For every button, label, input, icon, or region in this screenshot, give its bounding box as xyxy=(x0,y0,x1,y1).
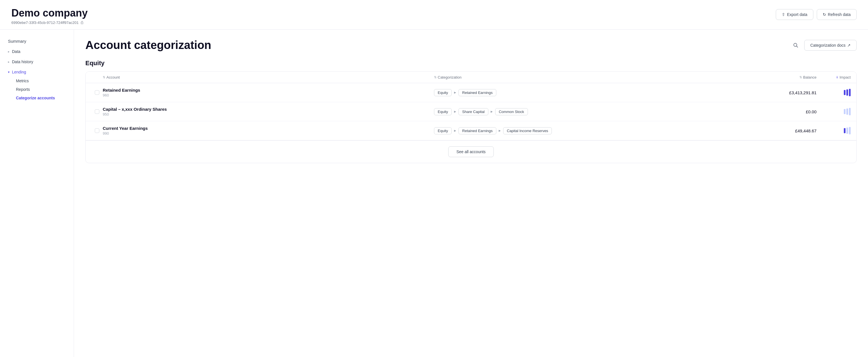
docs-label: Categorization docs xyxy=(810,43,845,48)
cat-tag-1-2[interactable]: Retained Earnings xyxy=(459,89,496,96)
page-title: Account categorization xyxy=(85,39,211,52)
section-title: Equity xyxy=(85,59,857,67)
sidebar-item-data[interactable]: ▸ Data xyxy=(5,47,69,56)
company-id-row: 6990ebe7-33f3-45cb-9712-724ff97ac201 ⎙ xyxy=(11,20,88,25)
account-cell-1: Retained Earnings 960 xyxy=(103,88,434,97)
see-all-accounts-button[interactable]: See all accounts xyxy=(448,146,494,157)
impact-bar-2-2 xyxy=(846,109,848,115)
table-row: Retained Earnings 960 Equity ► Retained … xyxy=(86,83,856,102)
company-info: Demo company 6990ebe7-33f3-45cb-9712-724… xyxy=(11,7,88,25)
refresh-data-button[interactable]: ↻ Refresh data xyxy=(817,9,857,20)
copy-icon[interactable]: ⎙ xyxy=(81,20,83,25)
impact-bar-2-3 xyxy=(849,108,850,115)
impact-cell-2 xyxy=(816,108,850,115)
cat-tag-1-1[interactable]: Equity xyxy=(434,89,452,96)
impact-bar-1-3 xyxy=(849,89,850,96)
content-header: Account categorization Categorization do… xyxy=(85,39,857,52)
checkbox-cell-1 xyxy=(91,90,103,95)
sidebar-item-summary[interactable]: Summary xyxy=(5,36,69,46)
categorization-cell-1: Equity ► Retained Earnings xyxy=(434,89,765,96)
account-cell-3: Current Year Earnings 990 xyxy=(103,126,434,136)
export-icon: ⇧ xyxy=(782,12,785,17)
cat-arrow-2-1: ► xyxy=(453,110,457,114)
sidebar-item-lending[interactable]: ▾ Lending xyxy=(5,67,69,77)
main-content: Account categorization Categorization do… xyxy=(74,30,868,357)
sort-icon-balance: ⇅ xyxy=(799,76,802,79)
export-data-button[interactable]: ⇧ Export data xyxy=(776,9,813,20)
sidebar-item-lending-label: Lending xyxy=(12,70,26,74)
sidebar-item-data-label: Data xyxy=(12,49,21,54)
cat-tag-3-2[interactable]: Retained Earnings xyxy=(459,127,496,135)
chevron-right-icon: ▸ xyxy=(8,50,10,54)
sidebar-item-categorize-accounts[interactable]: Categorize accounts xyxy=(12,94,69,102)
col-header-balance[interactable]: ⇅ Balance xyxy=(765,75,816,80)
table-header: ⇅ Account ⇅ Categorization ⇅ Balance ⇓ I… xyxy=(86,72,856,83)
impact-bar-3-1 xyxy=(844,128,845,133)
svg-line-1 xyxy=(797,46,798,47)
sidebar-group-data: ▸ Data xyxy=(5,47,69,56)
sidebar-group-data-history: ▸ Data history xyxy=(5,57,69,66)
main-layout: Summary ▸ Data ▸ Data history ▾ Lending … xyxy=(0,30,868,357)
sort-icon-account: ⇅ xyxy=(103,76,105,79)
impact-cell-3 xyxy=(816,127,850,135)
categorization-docs-button[interactable]: Categorization docs ↗ xyxy=(804,40,857,51)
cat-tag-3-1[interactable]: Equity xyxy=(434,127,452,135)
sidebar-item-data-history-label: Data history xyxy=(12,59,33,64)
checkbox-cell-2 xyxy=(91,109,103,114)
cat-tag-2-3[interactable]: Common Stock xyxy=(495,108,528,115)
checkbox-cell-3 xyxy=(91,128,103,133)
impact-bar-3-2 xyxy=(846,127,848,134)
cat-arrow-1-1: ► xyxy=(453,91,457,94)
see-all-row: See all accounts xyxy=(86,140,856,163)
cat-tag-2-1[interactable]: Equity xyxy=(434,108,452,115)
sidebar-item-data-history[interactable]: ▸ Data history xyxy=(5,57,69,66)
cat-arrow-2-2: ► xyxy=(490,110,494,114)
content-header-actions: Categorization docs ↗ xyxy=(790,40,857,51)
table-row: Capital – x,xxx Ordinary Shares 950 Equi… xyxy=(86,102,856,121)
account-cell-2: Capital – x,xxx Ordinary Shares 950 xyxy=(103,107,434,116)
balance-cell-3: £49,448.67 xyxy=(765,128,816,133)
sidebar-group-lending: ▾ Lending Metrics Reports Categorize acc… xyxy=(5,67,69,102)
sidebar: Summary ▸ Data ▸ Data history ▾ Lending … xyxy=(0,30,74,357)
account-name-2: Capital – x,xxx Ordinary Shares xyxy=(103,107,434,112)
row-checkbox-3[interactable] xyxy=(95,128,99,133)
sort-icon-categorization: ⇅ xyxy=(434,76,437,79)
impact-bar-2-1 xyxy=(844,109,845,114)
impact-bar-1-1 xyxy=(844,90,845,95)
impact-bar-1-2 xyxy=(846,89,848,96)
balance-cell-1: £3,413,291.81 xyxy=(765,90,816,95)
col-header-impact[interactable]: ⇓ Impact xyxy=(816,75,850,80)
account-name-1: Retained Earnings xyxy=(103,88,434,92)
external-link-icon: ↗ xyxy=(847,43,850,48)
account-code-2: 950 xyxy=(103,112,434,116)
chevron-right-icon-2: ▸ xyxy=(8,60,10,64)
cat-arrow-3-2: ► xyxy=(498,129,501,133)
row-checkbox-1[interactable] xyxy=(95,90,99,95)
col-header-categorization[interactable]: ⇅ Categorization xyxy=(434,75,765,80)
row-checkbox-2[interactable] xyxy=(95,109,99,114)
search-icon xyxy=(793,42,799,48)
company-name: Demo company xyxy=(11,7,88,19)
col-header-account[interactable]: ⇅ Account xyxy=(103,75,434,80)
cat-tag-3-3[interactable]: Capital Income Reserves xyxy=(503,127,552,135)
sidebar-sub-lending: Metrics Reports Categorize accounts xyxy=(5,77,69,102)
account-code-1: 960 xyxy=(103,93,434,97)
header-actions: ⇧ Export data ↻ Refresh data xyxy=(776,9,857,20)
sidebar-item-metrics[interactable]: Metrics xyxy=(12,77,69,85)
company-id: 6990ebe7-33f3-45cb-9712-724ff97ac201 xyxy=(11,21,79,25)
chevron-down-icon: ▾ xyxy=(8,70,10,74)
refresh-icon: ↻ xyxy=(823,12,826,17)
cat-tag-2-2[interactable]: Share Capital xyxy=(459,108,488,115)
account-name-3: Current Year Earnings xyxy=(103,126,434,131)
top-header: Demo company 6990ebe7-33f3-45cb-9712-724… xyxy=(0,0,868,30)
impact-bar-3-3 xyxy=(849,127,850,135)
categorization-cell-2: Equity ► Share Capital ► Common Stock xyxy=(434,108,765,115)
sort-icon-impact: ⇓ xyxy=(836,76,838,79)
accounts-table: ⇅ Account ⇅ Categorization ⇅ Balance ⇓ I… xyxy=(85,71,857,163)
cat-arrow-3-1: ► xyxy=(453,129,457,133)
select-all-checkbox-cell xyxy=(91,75,103,80)
search-button[interactable] xyxy=(790,40,801,50)
impact-cell-1 xyxy=(816,89,850,96)
categorization-cell-3: Equity ► Retained Earnings ► Capital Inc… xyxy=(434,127,765,135)
sidebar-item-reports[interactable]: Reports xyxy=(12,85,69,94)
